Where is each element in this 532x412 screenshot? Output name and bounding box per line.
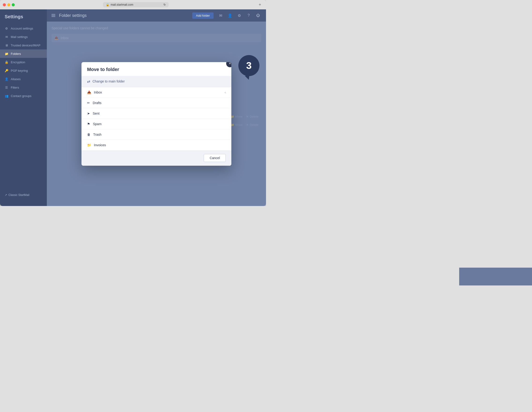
modal-folder-list: 📥 Inbox ‹ ✏ Drafts ➤ Se [82, 87, 231, 150]
classic-link-label: Classic StartMail [9, 193, 29, 197]
modal-overlay[interactable]: 3 × Move to folder [47, 21, 266, 206]
sidebar-item-label: Folders [11, 52, 21, 56]
hamburger-line [51, 15, 55, 16]
sidebar-item-label: PGP keyring [11, 69, 28, 72]
hamburger-line [51, 14, 55, 15]
sidebar-item-label: Trusted devices/IMAP [11, 44, 40, 47]
modal-folder-invoices[interactable]: 📁 Invoices [82, 140, 231, 150]
lock-icon: 🔒 [5, 60, 9, 64]
spam-icon: ⚑ [87, 122, 90, 126]
device-icon: 🖥 [5, 43, 9, 47]
sent-icon: ➤ [87, 112, 90, 115]
invoices-icon: 📁 [87, 143, 91, 147]
sidebar-item-label: Encryption [11, 60, 25, 64]
tooltip-bubble: 3 [238, 55, 259, 76]
close-icon: × [229, 62, 231, 66]
main-content: Folder settings Add folder ✉ 👤 ⚙ ? ⏻ Spe… [47, 9, 266, 206]
modal-container: 3 × Move to folder [82, 62, 231, 166]
sidebar-item-filters[interactable]: ☰ Filters [0, 83, 47, 92]
reload-button[interactable]: ↻ [163, 3, 166, 6]
gear-icon: ⚙ [5, 27, 9, 30]
modal-list-section: ⇄ Change to main folder [82, 76, 231, 87]
browser-addressbar: 🔒 mail.startmail.com ↻ [17, 2, 255, 7]
mail-icon: ✉ [5, 35, 9, 39]
main-body: Special use folders cannot be changed 📥 … [47, 21, 266, 206]
sidebar-item-aliases[interactable]: 👤 Aliases [0, 75, 47, 83]
folder-label: Inbox [94, 90, 102, 94]
contacts-header-icon[interactable]: 👤 [227, 12, 233, 19]
header-icons: ✉ 👤 ⚙ ? ⏻ [217, 12, 261, 19]
inbox-icon: 📥 [87, 90, 91, 94]
hamburger-menu-icon[interactable] [51, 14, 55, 17]
modal-title: Move to folder [87, 67, 119, 72]
modal-folder-sent[interactable]: ➤ Sent [82, 108, 231, 119]
folder-icon: 📁 [5, 52, 9, 56]
folder-label: Spam [93, 122, 102, 126]
sidebar-item-folders[interactable]: 📁 Folders [0, 49, 47, 58]
sidebar-item-encryption[interactable]: 🔒 Encryption [0, 58, 47, 66]
sidebar-item-label: Mail settings [11, 35, 28, 39]
sidebar-title: Settings [0, 14, 47, 24]
modal-folder-trash[interactable]: 🗑 Trash [82, 129, 231, 140]
external-link-icon: ↗ [5, 193, 7, 197]
power-header-icon[interactable]: ⏻ [255, 12, 261, 19]
sidebar-item-label: Contact groups [11, 94, 31, 98]
chevron-icon: ‹ [225, 90, 226, 94]
change-to-main-folder-option[interactable]: ⇄ Change to main folder [82, 76, 231, 87]
browser-window: 🔒 mail.startmail.com ↻ + Settings ⚙ Acco… [0, 0, 266, 206]
sidebar-item-account-settings[interactable]: ⚙ Account settings [0, 24, 47, 33]
sidebar: Settings ⚙ Account settings ✉ Mail setti… [0, 9, 47, 206]
cancel-button[interactable]: Cancel [204, 154, 226, 162]
move-to-folder-modal: × Move to folder ⇄ Change to main folde [82, 62, 231, 166]
traffic-lights [3, 3, 15, 6]
browser-titlebar: 🔒 mail.startmail.com ↻ + [0, 0, 266, 9]
folder-label: Drafts [93, 101, 101, 105]
settings-header-icon[interactable]: ⚙ [236, 12, 243, 19]
modal-folder-drafts[interactable]: ✏ Drafts [82, 98, 231, 108]
folder-label: Trash [93, 133, 101, 136]
drafts-icon: ✏ [87, 101, 90, 105]
browser-content: Settings ⚙ Account settings ✉ Mail setti… [0, 9, 266, 206]
sidebar-item-label: Filters [11, 86, 19, 89]
add-folder-button[interactable]: Add folder [192, 12, 214, 19]
main-header: Folder settings Add folder ✉ 👤 ⚙ ? ⏻ [47, 9, 266, 21]
fullscreen-traffic-light[interactable] [12, 3, 15, 6]
contacts-icon: 👥 [5, 94, 9, 98]
aliases-icon: 👤 [5, 77, 9, 81]
folder-label: Sent [93, 112, 100, 115]
mail-header-icon[interactable]: ✉ [217, 12, 224, 19]
modal-folder-spam[interactable]: ⚑ Spam [82, 119, 231, 129]
sidebar-item-contact-groups[interactable]: 👥 Contact groups [0, 92, 47, 100]
modal-folder-inbox[interactable]: 📥 Inbox ‹ [82, 87, 231, 98]
filters-icon: ☰ [5, 86, 9, 89]
change-main-label: Change to main folder [93, 79, 125, 83]
classic-startmail-link[interactable]: ↗ Classic StartMail [5, 193, 42, 197]
help-header-icon[interactable]: ? [245, 12, 252, 19]
new-tab-button[interactable]: + [257, 1, 263, 8]
sidebar-item-mail-settings[interactable]: ✉ Mail settings [0, 33, 47, 41]
change-main-icon: ⇄ [87, 79, 90, 84]
minimize-traffic-light[interactable] [7, 3, 10, 6]
sidebar-item-trusted-devices[interactable]: 🖥 Trusted devices/IMAP [0, 41, 47, 49]
trash-icon: 🗑 [87, 133, 90, 136]
close-traffic-light[interactable] [3, 3, 6, 6]
url-text: mail.startmail.com [111, 3, 133, 6]
sidebar-item-label: Aliases [11, 77, 21, 81]
sidebar-bottom: ↗ Classic StartMail [0, 189, 47, 201]
address-bar[interactable]: 🔒 mail.startmail.com ↻ [103, 2, 169, 7]
sidebar-item-pgp-keyring[interactable]: 🔑 PGP keyring [0, 66, 47, 75]
modal-header: Move to folder [82, 62, 231, 76]
folder-label: Invoices [94, 143, 106, 147]
sidebar-item-label: Account settings [11, 27, 33, 30]
lock-icon: 🔒 [106, 3, 109, 6]
page-title: Folder settings [59, 13, 189, 18]
hamburger-line [51, 16, 55, 17]
modal-footer: Cancel [82, 150, 231, 166]
tooltip-number: 3 [246, 60, 251, 71]
key-icon: 🔑 [5, 69, 9, 72]
